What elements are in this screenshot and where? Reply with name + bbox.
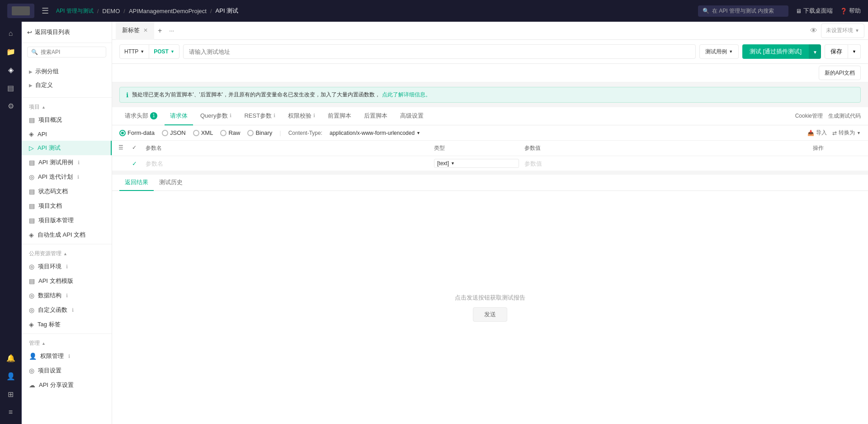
tab-bar-right: 👁 未设置环境 ▼: [810, 24, 864, 38]
sidebar-icon-settings[interactable]: ⚙: [3, 98, 19, 114]
tab-close-icon[interactable]: ✕: [143, 28, 148, 33]
save-arrow-btn[interactable]: ▼: [848, 44, 861, 59]
tab-headers[interactable]: 请求头部 1: [119, 107, 163, 125]
layout: ⌂ 📁 ◈ ▤ ⚙ 🔔 👤 ⊞ ≡ ↩ 返回项目列表 🔍 ▶ 示例分组: [0, 22, 868, 424]
nav-item-status-code[interactable]: ▤ 状态码文档: [22, 184, 112, 199]
tab-rest[interactable]: REST参数 ℹ: [239, 107, 281, 125]
row-checkbox[interactable]: ✓: [132, 160, 137, 167]
radio-form-data[interactable]: Form-data: [119, 129, 155, 136]
body-options-row: Form-data JSON XML Raw Binary | Content-…: [112, 125, 868, 141]
convert-btn[interactable]: ⇄ 转换为 ▼: [832, 129, 861, 137]
nav-item-overview[interactable]: ▤ 项目概况: [22, 113, 112, 127]
tab-body-label: 请求体: [170, 112, 188, 120]
import-btn[interactable]: 📥 导入: [807, 129, 827, 137]
cookie-mgmt-link[interactable]: Cookie管理: [795, 112, 823, 120]
td-type[interactable]: [text] ▼: [431, 156, 522, 171]
nav-item-api-template[interactable]: ▤ API 文档模版: [22, 274, 112, 288]
json-label: JSON: [170, 129, 186, 136]
nav-item-permission[interactable]: 👤 权限管理 ℹ: [22, 349, 112, 363]
nav-item-project-settings[interactable]: ◎ 项目设置: [22, 363, 112, 378]
tab-label: 新标签: [122, 26, 140, 34]
nav-item-version-mgmt[interactable]: ▤ 项目版本管理: [22, 213, 112, 228]
nav-item-api-example-label: API 测试用例: [38, 158, 73, 167]
sidebar-icon-grid[interactable]: ⊞: [3, 386, 19, 402]
header-checkbox-icon[interactable]: ☰: [118, 144, 123, 151]
sidebar-icon-user[interactable]: 👤: [3, 368, 19, 384]
sidebar-icon-doc[interactable]: ▤: [3, 80, 19, 96]
send-test-btn[interactable]: 测试 [通过插件测试]: [742, 44, 809, 59]
tab-more-btn[interactable]: ···: [165, 27, 178, 34]
nav-item-custom-func[interactable]: ◎ 自定义函数 ℹ: [22, 303, 112, 317]
nav-item-project-doc[interactable]: ▤ 项目文档: [22, 199, 112, 213]
nav-item-auto-gen[interactable]: ◈ 自动生成 API 文档: [22, 228, 112, 242]
topbar-search-box[interactable]: 🔍 在 API 管理与测试 内搜索: [698, 5, 788, 17]
nav-item-api-share[interactable]: ☁ API 分享设置: [22, 378, 112, 392]
sidebar-icon-menu[interactable]: ≡: [3, 404, 19, 420]
td-param-name[interactable]: [143, 157, 431, 170]
breadcrumb: API 管理与测试 / DEMO / APIManagementDemoProj…: [56, 7, 691, 15]
result-send-btn[interactable]: 发送: [473, 307, 507, 322]
download-btn[interactable]: 🖥 下载桌面端: [796, 7, 833, 15]
back-to-projects-btn[interactable]: ↩ 返回项目列表: [27, 26, 106, 38]
project-settings-icon: ◎: [29, 367, 34, 374]
radio-raw[interactable]: Raw: [220, 129, 240, 136]
nav-item-api-test[interactable]: ▷ API 测试: [22, 141, 112, 155]
url-input[interactable]: [183, 44, 696, 59]
new-api-btn[interactable]: 新的API文档: [819, 66, 861, 80]
param-value-input[interactable]: [524, 160, 807, 167]
search-api-input[interactable]: [41, 49, 102, 55]
save-btn[interactable]: 保存: [825, 44, 848, 59]
radio-binary-circle: [247, 130, 254, 136]
nav-item-api[interactable]: ◈ API: [22, 127, 112, 141]
nav-tree-examples[interactable]: ▶ 示例分组: [22, 65, 112, 78]
radio-binary[interactable]: Binary: [247, 129, 272, 136]
nav-item-project-doc-label: 项目文档: [38, 202, 62, 210]
info-banner-link[interactable]: 点此了解详细信息。: [382, 91, 431, 98]
tab-body[interactable]: 请求体: [165, 107, 193, 125]
sidebar-icon-bell[interactable]: 🔔: [3, 350, 19, 366]
nav-tree-custom[interactable]: ▶ 自定义: [22, 78, 112, 92]
hamburger-icon[interactable]: ☰: [42, 6, 49, 16]
nav-item-data-structure[interactable]: ◎ 数据结构 ℹ: [22, 288, 112, 303]
tab-auth[interactable]: 权限校验 ℹ: [283, 107, 321, 125]
tab-query[interactable]: Query参数 ℹ: [195, 107, 237, 125]
tab-add-btn[interactable]: +: [154, 27, 165, 35]
eye-icon[interactable]: 👁: [810, 27, 817, 35]
nav-item-api-test-label: API 测试: [38, 144, 61, 152]
left-nav-search[interactable]: 🔍: [27, 47, 106, 57]
tab-result[interactable]: 返回结果: [119, 175, 154, 191]
type-select[interactable]: [text] ▼: [434, 159, 519, 168]
send-test-arrow-btn[interactable]: ▼: [809, 44, 821, 59]
content-type-select[interactable]: application/x-www-form-urlencoded ▼: [330, 130, 420, 136]
td-checkbox[interactable]: ✓: [129, 157, 143, 170]
help-btn[interactable]: ❓ 帮助: [840, 7, 861, 15]
test-example-btn[interactable]: 测试用例 ▼: [699, 44, 739, 59]
protocol-select[interactable]: HTTP ▼: [120, 45, 149, 58]
gen-test-code-link[interactable]: 生成测试代码: [828, 112, 861, 120]
nav-item-tag[interactable]: ◈ Tag 标签: [22, 317, 112, 332]
tab-post-script[interactable]: 后置脚本: [359, 107, 393, 125]
tab-new[interactable]: 新标签 ✕: [116, 22, 154, 40]
td-param-value[interactable]: [522, 157, 810, 170]
radio-xml[interactable]: XML: [193, 129, 213, 136]
param-name-input[interactable]: [146, 160, 429, 167]
tab-history[interactable]: 测试历史: [154, 175, 188, 191]
sidebar-icon-api[interactable]: ◈: [3, 62, 19, 78]
type-chevron: ▼: [451, 161, 455, 166]
env-selector[interactable]: 未设置环境 ▼: [821, 24, 864, 38]
nav-item-env[interactable]: ◎ 项目环境 ℹ: [22, 259, 112, 274]
left-nav: ↩ 返回项目列表 🔍 ▶ 示例分组 ▶ 自定义 项目 ▲: [22, 22, 112, 424]
info-banner-icon: ℹ: [126, 91, 128, 99]
nav-item-api-example[interactable]: ▤ API 测试用例 ℹ: [22, 155, 112, 170]
th-checkbox: ☰: [116, 141, 129, 156]
sidebar-icon-home[interactable]: ⌂: [3, 25, 19, 42]
check-all-icon[interactable]: ✓: [132, 144, 137, 151]
radio-json[interactable]: JSON: [162, 129, 186, 136]
tab-pre-script[interactable]: 前置脚本: [322, 107, 357, 125]
nav-item-api-iteration[interactable]: ◎ API 迭代计划 ℹ: [22, 170, 112, 184]
request-tabs-row: 请求头部 1 请求体 Query参数 ℹ REST参数 ℹ 权限校验 ℹ 前置脚…: [112, 107, 868, 125]
sidebar-icon-folder[interactable]: 📁: [3, 43, 19, 60]
method-select[interactable]: HTTP ▼ POST ▼: [119, 44, 179, 59]
tab-advanced[interactable]: 高级设置: [395, 107, 429, 125]
method-verb-select[interactable]: POST ▼: [149, 45, 179, 58]
